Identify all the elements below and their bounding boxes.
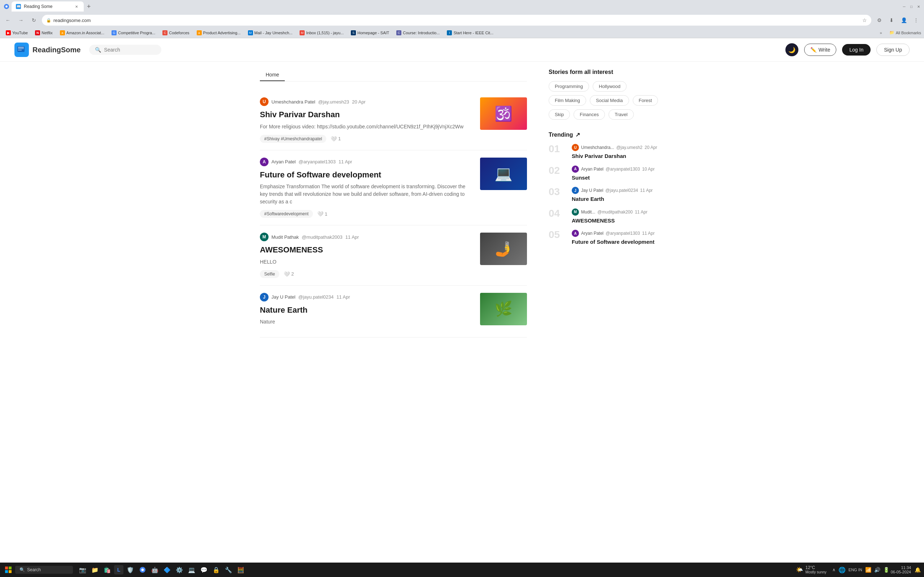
- trending-author-handle: @aryanpatel1303: [606, 167, 640, 172]
- bookmark-codeforces[interactable]: C Codeforces: [160, 29, 192, 36]
- image-placeholder-icon: 🤳: [494, 240, 512, 258]
- login-button[interactable]: Log In: [842, 44, 871, 56]
- bookmark-favicon: ▶: [6, 30, 11, 35]
- minimize-button[interactable]: ─: [901, 4, 907, 9]
- maximize-button[interactable]: □: [909, 4, 914, 9]
- tab-close-button[interactable]: ✕: [74, 3, 79, 10]
- trending-item: 03 J Jay U Patel @jayu.patel0234 11 Apr …: [549, 187, 664, 203]
- refresh-button[interactable]: ↻: [29, 15, 39, 25]
- article-excerpt: HELLO: [260, 258, 473, 266]
- header-search[interactable]: 🔍: [89, 45, 162, 55]
- interest-tag-finances[interactable]: Finances: [573, 109, 605, 120]
- downloads-button[interactable]: ⬇: [887, 15, 897, 25]
- new-tab-button[interactable]: +: [84, 2, 94, 11]
- article-tag[interactable]: #Softwaredevelopment: [260, 210, 313, 218]
- trending-number: 03: [549, 187, 566, 197]
- trending-article-title[interactable]: AWESOMENESS: [572, 217, 664, 224]
- trending-title: Trending ↗: [549, 131, 664, 138]
- article-date: 11 Apr: [336, 294, 350, 300]
- article-content: M Mudit Pathak @muditpathak2003 11 Apr A…: [260, 233, 473, 278]
- bookmark-gmail[interactable]: M Inbox (1,515) - jayu...: [297, 29, 347, 36]
- address-bar[interactable]: 🔒 readingsome.com ☆: [42, 15, 871, 26]
- site-logo[interactable]: ReadingSome: [15, 43, 81, 57]
- trending-article-title[interactable]: Nature Earth: [572, 195, 664, 203]
- bookmark-star-icon[interactable]: ☆: [862, 17, 867, 23]
- stories-title: Stories form all interest: [549, 69, 664, 76]
- write-button[interactable]: ✏️ Write: [804, 44, 836, 56]
- bookmark-favicon: I: [447, 30, 452, 35]
- bookmark-course[interactable]: C Course: Introductio...: [393, 29, 443, 36]
- sidebar: Stories form all interest Programming Ho…: [549, 69, 664, 338]
- site-header: ReadingSome 🔍 🌙 ✏️ Write Log In Sign Up: [0, 38, 924, 62]
- browser-nav-bar: ← → ↻ 🔒 readingsome.com ☆ ⚙ ⬇ 👤 ⋮: [0, 13, 924, 27]
- interest-tag-forest[interactable]: Forest: [633, 95, 658, 106]
- extensions-button[interactable]: ⚙: [874, 15, 884, 25]
- trending-item: 01 U Umeshchandra... @jay.umesh2 20 Apr …: [549, 144, 664, 160]
- dark-mode-button[interactable]: 🌙: [785, 43, 798, 56]
- menu-button[interactable]: ⋮: [911, 15, 921, 25]
- trending-author-handle: @jay.umesh2: [616, 145, 643, 150]
- bookmark-competitive[interactable]: G Competitive Progra...: [109, 29, 158, 36]
- bookmark-sait[interactable]: S Homepage - SAIT: [348, 29, 392, 36]
- author-handle: @aryanpatel1303: [299, 159, 336, 164]
- tab-favicon: 📖: [16, 4, 21, 9]
- trending-content: M Mudit... @muditpathak200 11 Apr AWESOM…: [572, 208, 664, 224]
- bookmark-youtube[interactable]: ▶ YouTube: [3, 29, 31, 36]
- trending-list: 01 U Umeshchandra... @jay.umesh2 20 Apr …: [549, 144, 664, 246]
- article-tag[interactable]: Selfie: [260, 270, 279, 278]
- article-tag[interactable]: #Shivay #Umeshchandrapatel: [260, 135, 326, 143]
- trending-number: 02: [549, 166, 566, 176]
- svg-point-1: [5, 5, 8, 8]
- article-card: M Mudit Pathak @muditpathak2003 11 Apr A…: [260, 226, 527, 285]
- profile-button[interactable]: 👤: [899, 15, 909, 25]
- trending-item: 05 A Aryan Patel @aryanpatel1303 11 Apr …: [549, 230, 664, 246]
- bookmark-ieee[interactable]: I Start Here - IEEE Cit...: [444, 29, 496, 36]
- interest-tag-socialmedia[interactable]: Social Media: [590, 95, 629, 106]
- trending-date: 20 Apr: [645, 145, 657, 150]
- trending-article-title[interactable]: Future of Software development: [572, 239, 664, 246]
- article-title[interactable]: Shiv Parivar Darshan: [260, 110, 473, 120]
- article-title[interactable]: Future of Software development: [260, 170, 473, 180]
- interest-tag-programming[interactable]: Programming: [549, 81, 589, 92]
- svg-rect-4: [18, 48, 24, 49]
- search-input[interactable]: [104, 47, 155, 53]
- article-title[interactable]: AWESOMENESS: [260, 245, 473, 255]
- trending-author-name: Aryan Patel: [581, 231, 604, 236]
- interest-tag-filmmaking[interactable]: Film Making: [549, 95, 586, 106]
- signup-button[interactable]: Sign Up: [876, 44, 909, 56]
- browser-tab-active[interactable]: 📖 Reading Some ✕: [11, 2, 84, 11]
- trending-article-title[interactable]: Shiv Parivar Darshan: [572, 153, 664, 160]
- author-name: Aryan Patel: [271, 159, 296, 164]
- trending-author-avatar: U: [572, 144, 579, 151]
- bookmark-label: YouTube: [12, 31, 28, 35]
- bookmark-mail-jay[interactable]: M Mail - Jay Umeshch...: [245, 29, 296, 36]
- article-excerpt: Emphasize Transformation The world of so…: [260, 183, 473, 206]
- forward-button[interactable]: →: [16, 15, 26, 25]
- bookmark-favicon: a: [60, 30, 65, 35]
- trending-content: A Aryan Patel @aryanpatel1303 10 Apr Sun…: [572, 166, 664, 181]
- bookmark-label: Homepage - SAIT: [357, 31, 389, 35]
- nav-actions: ⚙ ⬇ 👤 ⋮: [874, 15, 921, 25]
- close-window-button[interactable]: ✕: [916, 4, 921, 9]
- trending-author-row: U Umeshchandra... @jay.umesh2 20 Apr: [572, 144, 664, 151]
- article-title[interactable]: Nature Earth: [260, 305, 473, 316]
- like-count: 🤍 1: [331, 136, 341, 142]
- interest-tag-travel[interactable]: Travel: [609, 109, 634, 120]
- interest-tag-hollywood[interactable]: Hollywood: [593, 81, 627, 92]
- bookmark-netflix[interactable]: N Netflix: [32, 29, 56, 36]
- bookmark-label: Inbox (1,515) - jayu...: [306, 31, 344, 35]
- author-name: Jay U Patel: [271, 294, 295, 300]
- tab-home[interactable]: Home: [260, 69, 285, 81]
- bookmarks-more-button[interactable]: »: [877, 30, 885, 36]
- interest-tag-skip[interactable]: Skip: [549, 109, 570, 120]
- article-date: 20 Apr: [352, 99, 366, 105]
- article-content: A Aryan Patel @aryanpatel1303 11 Apr Fut…: [260, 158, 473, 218]
- bookmark-amazon[interactable]: a Amazon.in Associat...: [57, 29, 107, 36]
- trending-article-title[interactable]: Sunset: [572, 174, 664, 181]
- bookmark-label: Amazon.in Associat...: [66, 31, 104, 35]
- all-bookmarks-button[interactable]: 📁 All Bookmarks: [889, 30, 921, 35]
- browser-title-bar: 📖 Reading Some ✕ + ─ □ ✕: [0, 0, 924, 13]
- image-placeholder-icon: 💻: [494, 165, 512, 182]
- back-button[interactable]: ←: [3, 15, 13, 25]
- bookmark-product-advertising[interactable]: a Product Advertising...: [194, 29, 244, 36]
